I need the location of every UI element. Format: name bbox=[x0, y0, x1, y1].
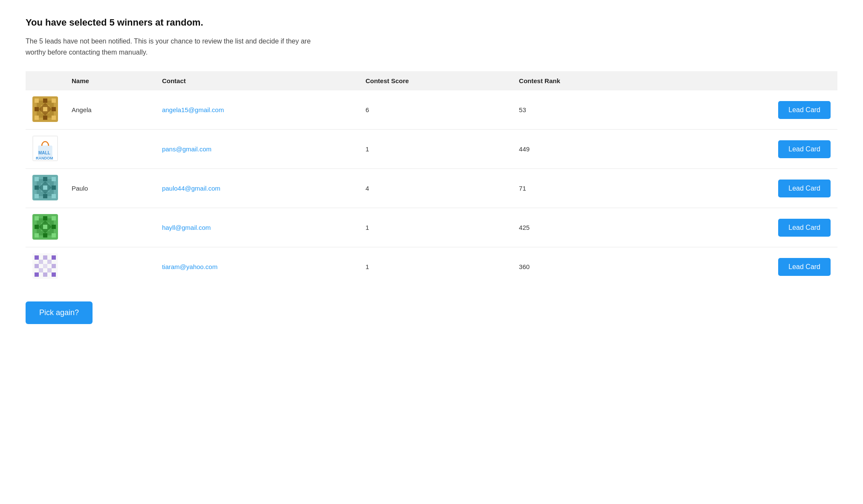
svg-rect-43 bbox=[43, 225, 47, 229]
svg-rect-22 bbox=[52, 177, 56, 181]
avatar: RANDOM MALL bbox=[32, 136, 58, 161]
name-cell bbox=[65, 130, 155, 169]
svg-rect-9 bbox=[35, 107, 39, 111]
col-score: Contest Score bbox=[359, 71, 512, 90]
name-cell bbox=[65, 208, 155, 247]
contact-cell: angela15@gmail.com bbox=[155, 90, 359, 130]
svg-rect-35 bbox=[52, 216, 56, 220]
winners-table: Name Contact Contest Score Contest Rank bbox=[26, 71, 837, 286]
rank-cell: 425 bbox=[512, 208, 660, 247]
pick-again-button[interactable]: Pick again? bbox=[26, 301, 93, 324]
svg-rect-25 bbox=[43, 177, 47, 181]
svg-rect-8 bbox=[43, 116, 47, 120]
action-cell: Lead Card bbox=[660, 130, 838, 169]
avatar-cell bbox=[26, 169, 65, 208]
lead-card-button[interactable]: Lead Card bbox=[778, 101, 831, 119]
table-header-row: Name Contact Contest Score Contest Rank bbox=[26, 71, 837, 90]
col-contact: Contact bbox=[155, 71, 359, 90]
contact-link[interactable]: tiaram@yahoo.com bbox=[162, 263, 217, 270]
svg-text:MALL: MALL bbox=[38, 151, 50, 155]
svg-rect-50 bbox=[43, 272, 47, 277]
svg-rect-28 bbox=[52, 185, 56, 190]
contact-link[interactable]: hayll@gmail.com bbox=[162, 224, 211, 231]
svg-rect-36 bbox=[35, 233, 39, 238]
score-cell: 4 bbox=[359, 169, 512, 208]
name-cell: Angela bbox=[65, 90, 155, 130]
table-row: RANDOM MALL pans@gmail.com 1 449 Lead Ca… bbox=[26, 130, 837, 169]
svg-rect-51 bbox=[35, 264, 39, 268]
svg-rect-12 bbox=[43, 107, 47, 111]
name-cell bbox=[65, 247, 155, 287]
table-row: Paulo paulo44@gmail.com 4 71 Lead Card bbox=[26, 169, 837, 208]
svg-rect-41 bbox=[52, 225, 56, 229]
score-cell: 6 bbox=[359, 90, 512, 130]
contact-link[interactable]: pans@gmail.com bbox=[162, 145, 211, 153]
svg-rect-3 bbox=[35, 98, 39, 103]
svg-rect-49 bbox=[43, 255, 47, 260]
lead-card-button[interactable]: Lead Card bbox=[778, 219, 831, 237]
svg-rect-6 bbox=[52, 116, 56, 120]
svg-rect-54 bbox=[47, 260, 52, 264]
page-title: You have selected 5 winners at random. bbox=[26, 17, 837, 28]
svg-rect-53 bbox=[39, 260, 43, 264]
score-cell: 1 bbox=[359, 130, 512, 169]
svg-rect-4 bbox=[52, 98, 56, 103]
svg-rect-27 bbox=[35, 185, 39, 190]
lead-card-button[interactable]: Lead Card bbox=[778, 258, 831, 276]
name-cell: Paulo bbox=[65, 169, 155, 208]
table-row: tiaram@yahoo.com 1 360 Lead Card bbox=[26, 247, 837, 287]
svg-rect-38 bbox=[43, 216, 47, 220]
col-avatar bbox=[26, 71, 65, 90]
action-cell: Lead Card bbox=[660, 208, 838, 247]
avatar-cell bbox=[26, 247, 65, 287]
table-row: Angela angela15@gmail.com 6 53 Lead Card bbox=[26, 90, 837, 130]
svg-rect-7 bbox=[43, 98, 47, 103]
svg-rect-52 bbox=[52, 264, 56, 268]
lead-card-button[interactable]: Lead Card bbox=[778, 180, 831, 197]
avatar-cell bbox=[26, 208, 65, 247]
svg-rect-57 bbox=[43, 264, 47, 268]
avatar bbox=[32, 175, 58, 200]
page-description: The 5 leads have not been notified. This… bbox=[26, 36, 316, 58]
contact-cell: pans@gmail.com bbox=[155, 130, 359, 169]
lead-card-button[interactable]: Lead Card bbox=[778, 140, 831, 158]
contact-cell: tiaram@yahoo.com bbox=[155, 247, 359, 287]
svg-rect-45 bbox=[35, 255, 39, 260]
svg-text:RANDOM: RANDOM bbox=[36, 156, 53, 160]
table-row: hayll@gmail.com 1 425 Lead Card bbox=[26, 208, 837, 247]
contact-cell: hayll@gmail.com bbox=[155, 208, 359, 247]
contact-link[interactable]: paulo44@gmail.com bbox=[162, 185, 220, 192]
avatar-cell bbox=[26, 90, 65, 130]
score-cell: 1 bbox=[359, 247, 512, 287]
svg-rect-37 bbox=[52, 233, 56, 238]
svg-rect-26 bbox=[43, 194, 47, 198]
svg-rect-48 bbox=[52, 272, 56, 277]
avatar bbox=[32, 253, 58, 279]
svg-rect-55 bbox=[39, 268, 43, 272]
contact-cell: paulo44@gmail.com bbox=[155, 169, 359, 208]
rank-cell: 360 bbox=[512, 247, 660, 287]
action-cell: Lead Card bbox=[660, 90, 838, 130]
avatar bbox=[32, 214, 58, 240]
col-rank: Contest Rank bbox=[512, 71, 660, 90]
action-cell: Lead Card bbox=[660, 169, 838, 208]
avatar bbox=[32, 96, 58, 122]
col-action bbox=[660, 71, 838, 90]
rank-cell: 53 bbox=[512, 90, 660, 130]
action-cell: Lead Card bbox=[660, 247, 838, 287]
svg-rect-24 bbox=[52, 194, 56, 198]
contact-link[interactable]: angela15@gmail.com bbox=[162, 106, 224, 113]
col-name: Name bbox=[65, 71, 155, 90]
svg-rect-39 bbox=[43, 233, 47, 238]
svg-rect-30 bbox=[43, 185, 47, 190]
score-cell: 1 bbox=[359, 208, 512, 247]
svg-rect-21 bbox=[35, 177, 39, 181]
rank-cell: 71 bbox=[512, 169, 660, 208]
svg-rect-46 bbox=[52, 255, 56, 260]
avatar-cell: RANDOM MALL bbox=[26, 130, 65, 169]
svg-rect-40 bbox=[35, 225, 39, 229]
rank-cell: 449 bbox=[512, 130, 660, 169]
svg-rect-23 bbox=[35, 194, 39, 198]
svg-rect-47 bbox=[35, 272, 39, 277]
svg-rect-10 bbox=[52, 107, 56, 111]
